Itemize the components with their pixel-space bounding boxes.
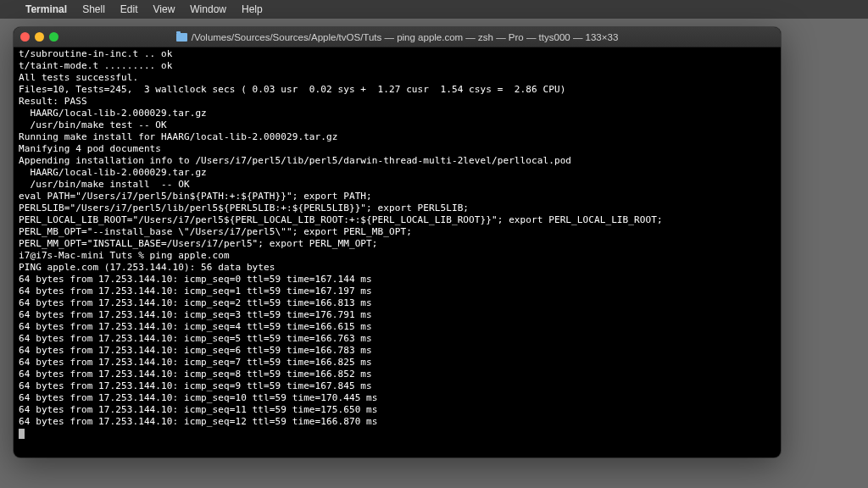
menubar: Terminal Shell Edit View Window Help xyxy=(0,0,868,19)
terminal-line: PERL_MM_OPT="INSTALL_BASE=/Users/i7/perl… xyxy=(19,238,776,250)
terminal-line: 64 bytes from 17.253.144.10: icmp_seq=7 … xyxy=(19,357,776,369)
terminal-line: 64 bytes from 17.253.144.10: icmp_seq=6 … xyxy=(19,345,776,357)
terminal-line: i7@i7s-Mac-mini Tuts % ping apple.com xyxy=(19,250,776,262)
terminal-line: 64 bytes from 17.253.144.10: icmp_seq=4 … xyxy=(19,321,776,333)
folder-icon xyxy=(176,33,187,42)
cursor xyxy=(19,429,25,439)
terminal-line: Files=10, Tests=245, 3 wallclock secs ( … xyxy=(19,84,776,96)
terminal-line: 64 bytes from 17.253.144.10: icmp_seq=10… xyxy=(19,392,776,404)
terminal-line: 64 bytes from 17.253.144.10: icmp_seq=5 … xyxy=(19,333,776,345)
terminal-line: PERL5LIB="/Users/i7/perl5/lib/perl5${PER… xyxy=(19,202,776,214)
terminal-line: Appending installation info to /Users/i7… xyxy=(19,155,776,167)
terminal-line: /usr/bin/make install -- OK xyxy=(19,179,776,191)
menubar-item-help[interactable]: Help xyxy=(242,3,263,15)
terminal-line: Result: PASS xyxy=(19,96,776,108)
terminal-line: HAARG/local-lib-2.000029.tar.gz xyxy=(19,108,776,119)
terminal-line: PERL_MB_OPT="--install_base \"/Users/i7/… xyxy=(19,226,776,238)
terminal-line: /usr/bin/make test -- OK xyxy=(19,119,776,131)
window-title-text: /Volumes/Sources/Sources/Apple/tvOS/Tuts… xyxy=(192,32,619,42)
traffic-lights xyxy=(20,32,58,42)
terminal-line: PING apple.com (17.253.144.10): 56 data … xyxy=(19,262,776,274)
terminal-line: 64 bytes from 17.253.144.10: icmp_seq=8 … xyxy=(19,369,776,380)
terminal-line: 64 bytes from 17.253.144.10: icmp_seq=2 … xyxy=(19,297,776,309)
window-title: /Volumes/Sources/Sources/Apple/tvOS/Tuts… xyxy=(14,32,781,42)
terminal-content[interactable]: t/subroutine-in-inc.t .. okt/taint-mode.… xyxy=(14,47,781,458)
zoom-button[interactable] xyxy=(49,32,58,42)
menubar-item-view[interactable]: View xyxy=(153,3,175,15)
window-titlebar[interactable]: /Volumes/Sources/Sources/Apple/tvOS/Tuts… xyxy=(14,27,781,47)
terminal-line: Running make install for HAARG/local-lib… xyxy=(19,131,776,143)
terminal-line: 64 bytes from 17.253.144.10: icmp_seq=12… xyxy=(19,416,776,428)
menubar-item-shell[interactable]: Shell xyxy=(82,3,105,15)
terminal-line: eval PATH="/Users/i7/perl5/bin${PATH:+:$… xyxy=(19,191,776,202)
close-button[interactable] xyxy=(20,32,30,42)
terminal-line: t/taint-mode.t ......... ok xyxy=(19,60,776,72)
terminal-line: 64 bytes from 17.253.144.10: icmp_seq=9 … xyxy=(19,380,776,392)
terminal-line: Manifying 4 pod documents xyxy=(19,143,776,155)
terminal-line: t/subroutine-in-inc.t .. ok xyxy=(19,48,776,60)
menubar-item-edit[interactable]: Edit xyxy=(120,3,138,15)
menubar-app-name[interactable]: Terminal xyxy=(25,3,67,15)
terminal-line: PERL_LOCAL_LIB_ROOT="/Users/i7/perl5${PE… xyxy=(19,214,776,226)
terminal-line: All tests successful. xyxy=(19,72,776,84)
terminal-window: /Volumes/Sources/Sources/Apple/tvOS/Tuts… xyxy=(14,27,781,458)
menubar-item-window[interactable]: Window xyxy=(190,3,226,15)
minimize-button[interactable] xyxy=(35,32,44,42)
terminal-line: HAARG/local-lib-2.000029.tar.gz xyxy=(19,167,776,179)
terminal-line: 64 bytes from 17.253.144.10: icmp_seq=11… xyxy=(19,404,776,416)
terminal-cursor-line xyxy=(19,428,776,440)
terminal-line: 64 bytes from 17.253.144.10: icmp_seq=1 … xyxy=(19,286,776,297)
terminal-line: 64 bytes from 17.253.144.10: icmp_seq=3 … xyxy=(19,309,776,321)
terminal-line: 64 bytes from 17.253.144.10: icmp_seq=0 … xyxy=(19,274,776,286)
